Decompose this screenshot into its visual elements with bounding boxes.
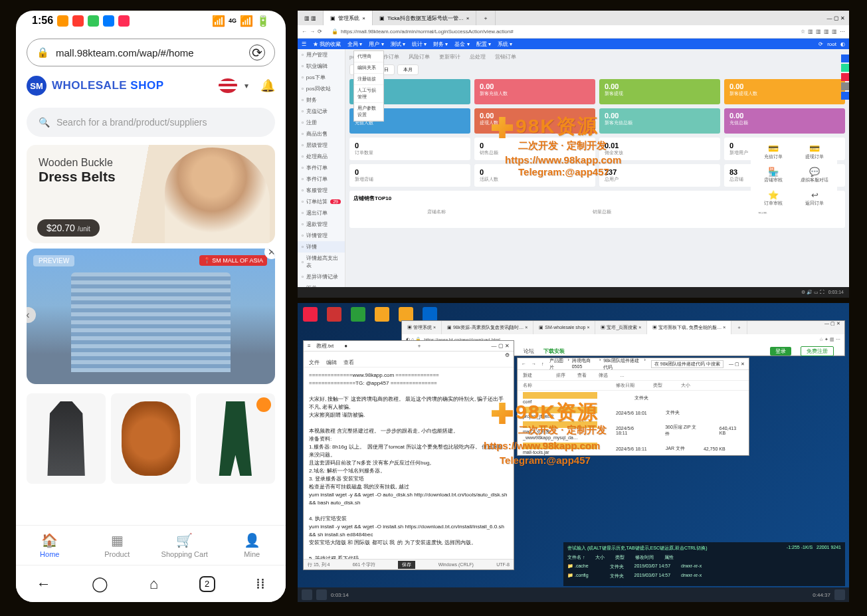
product-card[interactable] [196,393,275,484]
sidebar-item[interactable]: ▫财务 [298,94,345,106]
sidebar-item[interactable]: ▫商品出售 [298,128,345,140]
file-row[interactable]: mall二次开发_www98kapp_mysql_da…2024/5/6 18:… [518,420,749,441]
nav-cart[interactable]: 🛒Shopping Cart [151,526,219,565]
promo-banner-belts[interactable]: Wooden Buckle Dress Belts $20.70/unit [27,145,275,243]
address-bar[interactable]: ← → ⟳ 🔒 https://mall.98kteam.com/admin/n… [298,25,849,39]
menu-item[interactable]: 系统 ▾ [498,41,512,48]
browser-tab[interactable]: ▣管理系统× [324,11,373,25]
menu-item[interactable]: 配置 ▾ [476,41,491,48]
file-row[interactable]: project_jfwebR2024/5/6 18:01文件夹 [518,405,749,420]
browser-tab[interactable]: ▣ 宝塔_页面搜索 × [595,321,647,334]
video-controls[interactable]: ⚙ 🔊 ▭ ⛶ 0:03:14 [298,287,849,298]
status-app-2 [72,15,84,27]
browser-tab[interactable]: ▣Ticka抖音数据互通际号统一管…× [373,11,477,25]
app-icon[interactable] [303,307,318,322]
file-row[interactable]: mall-tools.jar2024/5/6 18:11JAR 文件42,750… [518,441,749,456]
sidebar-item[interactable]: ▫用户管理 [298,49,345,60]
sidebar-item[interactable]: ▫处理商品 [298,151,345,162]
menu-button[interactable]: ⁞⁞ [256,575,265,593]
promo-banner-mall[interactable]: PREVIEW 📍 SM MALL OF ASIA ✕ ‹ [27,249,275,384]
menu-item[interactable]: 基金 ▾ [454,41,469,48]
browser-tab[interactable]: ▣ SM-wholesale shop × [533,321,595,334]
menu-item[interactable]: 财务 ▾ [433,41,448,48]
sidebar-item[interactable]: ▫详情管理 [298,230,345,241]
sidebar-item[interactable]: ▫事件订单 [298,162,345,173]
sidebar-item[interactable]: ▫差异详情记录 [298,271,345,282]
reload-icon[interactable]: ⟳ [249,45,265,60]
forward-icon[interactable]: → [310,29,315,35]
metric-card: 0.00新客提现人数 [724,79,845,104]
app-icon[interactable] [423,307,437,322]
metric-card: 0.00提现人数 [474,108,595,134]
back-icon[interactable]: ← [522,361,526,366]
status-app-3 [88,15,99,27]
favorite-icon[interactable] [256,397,271,412]
sidebar-item[interactable]: ▫pos下单 [298,72,345,83]
store-name: WHOLESALE SHOP [52,79,164,92]
prev-arrow-icon[interactable]: ‹ [27,307,36,323]
browser-tab[interactable]: ▣ 98k资源-高素质队复盘资讯|随时… × [442,321,533,334]
explorer-search[interactable]: 在 98k团队组件搭建代码 中搜索 [651,360,723,368]
hamburger-icon[interactable]: ☰ [302,41,306,47]
sidebar-item[interactable]: ▫退款管理 [298,219,345,230]
user-label[interactable]: root [827,41,836,47]
sidebar-item[interactable]: ▫详情 [298,241,345,253]
terminal-window[interactable]: 尝试输入 (或ALT键显示历史,TAB键提示,ESC键运原,双击CTRL切换)-… [563,542,845,586]
circle-button[interactable]: ◯ [92,575,108,593]
sidebar-item[interactable]: ▫充值记录 [298,106,345,117]
menu-item[interactable]: 统计 ▾ [412,41,427,48]
menu-item[interactable]: 测试 ▾ [391,41,405,48]
folder-icon[interactable] [375,307,389,322]
notepad-body[interactable]: ==============www.98kapp.com ===========… [304,367,514,564]
search-input[interactable]: 🔍 Search for a brand/product/suppliers [27,108,275,137]
filter-month[interactable]: 本月 [397,64,419,75]
product-card[interactable] [27,393,106,484]
language-flag[interactable] [219,78,237,93]
tab-controls[interactable]: ▥ ▥ [298,11,324,25]
refresh-icon[interactable]: ⟳ [819,41,823,47]
sidebar-item[interactable]: ▫订单结算29 [298,196,345,207]
menu-item[interactable]: 全局 ▾ [347,41,362,48]
nav-product[interactable]: ▦Product [84,526,151,565]
sidebar-item[interactable]: ▫注册 [298,117,345,128]
url-bar[interactable]: 🔒 mall.98kteam.com/wap/#/home ⟳ [27,39,275,66]
tabs-button[interactable]: 2 [199,576,215,592]
nav-mine[interactable]: 👤Mine [219,526,286,565]
quick-action[interactable]: 💳充值订单 [753,141,793,163]
quick-action[interactable]: ↩返回订单 [795,187,834,209]
sidebar-item[interactable]: ▫客服管理 [298,185,345,196]
reload-icon[interactable]: ⟳ [318,29,322,35]
product-card[interactable] [111,393,190,484]
folder-icon[interactable] [399,307,413,322]
sidebar-item[interactable]: ▫层级管理 [298,140,345,151]
browser-tab[interactable]: ▣ 管理系统 × [402,321,442,334]
app-icon[interactable] [327,307,341,322]
sidebar-item[interactable]: ▫pos回收站 [298,83,345,94]
quick-action[interactable]: 💬虚拟客服对话 [795,164,834,186]
sidebar-item[interactable]: ▫事件订单 [298,173,345,185]
menu-item[interactable]: 用户 ▾ [369,41,383,48]
file-row[interactable]: conf文件夹 [518,391,749,405]
bell-icon[interactable]: 🔔 [260,78,275,93]
app-icon[interactable] [351,307,365,322]
new-tab-button[interactable]: ＋ [476,11,496,25]
back-button[interactable]: ← [37,575,51,593]
sidebar-item[interactable]: ▫职业编辑 [298,60,345,72]
signal-icon: 📶 [240,15,253,27]
back-icon[interactable]: ← [302,29,307,35]
home-icon: 🏠 [41,532,58,548]
menu-item[interactable]: ★ 我的收藏 [313,41,341,48]
gear-icon[interactable]: ⚙ [505,352,510,358]
sidebar-item[interactable]: ▫详情超高支出表 [298,253,345,271]
browser-tab[interactable]: ▣ 宝塔面板下载, 免费全能的服… × [647,321,731,334]
sidebar-item[interactable]: ▫退出订单 [298,207,345,219]
start-button[interactable] [302,589,312,600]
nav-home[interactable]: 🏠Home [16,526,84,565]
register-button[interactable]: 免费注册 [801,346,834,356]
quick-action[interactable]: 🏪店铺审核 [753,164,793,186]
login-button[interactable]: 登录 [770,347,791,356]
home-button[interactable]: ⌂ [149,575,158,593]
clock: 1:56 [32,15,53,27]
quick-action[interactable]: ⭐订单审核 [753,187,793,209]
quick-action[interactable]: 💳提现订单 [795,141,834,163]
